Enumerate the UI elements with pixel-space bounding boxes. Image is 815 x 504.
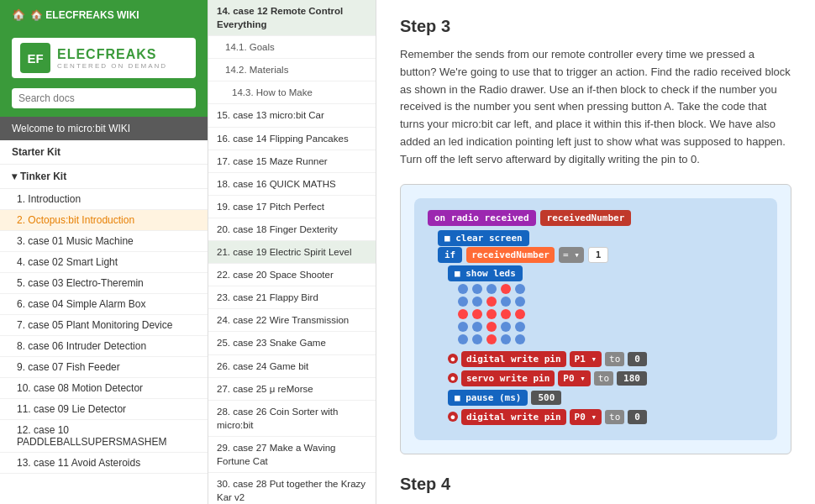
- middle-item-18[interactable]: 29. case 27 Make a Waving Fortune Cat: [208, 437, 376, 473]
- step4-title: Step 4: [400, 475, 791, 494]
- middle-item-15[interactable]: 26. case 24 Game bit: [208, 355, 376, 378]
- search-input[interactable]: [12, 88, 196, 108]
- logo-sub: CENTERED ON DEMAND: [57, 62, 167, 70]
- logo-text: ELECFREAKS CENTERED ON DEMAND: [57, 47, 167, 70]
- middle-item-7[interactable]: 18. case 16 QUICK MATHS: [208, 173, 376, 196]
- middle-item-10[interactable]: 21. case 19 Electric Spirit Level: [208, 241, 376, 264]
- logo-icon: EF: [20, 43, 50, 73]
- step3-title: Step 3: [400, 17, 791, 36]
- middle-item-0[interactable]: 14. case 12 Remote Control Everything: [208, 0, 376, 36]
- middle-item-16[interactable]: 27. case 25 μ reMorse: [208, 378, 376, 401]
- sidebar-nav-item-10[interactable]: 11. case 09 Lie Detector: [0, 399, 208, 420]
- sidebar-nav-item-12[interactable]: 13. case 11 Avoid Asteroids: [0, 453, 208, 474]
- middle-item-11[interactable]: 22. case 20 Space Shooter: [208, 264, 376, 286]
- logo-main: ELECFREAKS: [57, 47, 167, 62]
- logo-area: EF ELECFREAKS CENTERED ON DEMAND: [0, 29, 208, 88]
- sidebar-nav-item-5[interactable]: 6. case 04 Simple Alarm Box: [0, 294, 208, 315]
- middle-item-17[interactable]: 28. case 26 Coin Sorter with micro:bit: [208, 401, 376, 437]
- step3-body: Remember the sends from our remote contr…: [400, 46, 791, 169]
- sidebar-nav-item-4[interactable]: 5. case 03 Electro-Theremin: [0, 273, 208, 294]
- sidebar-title: 🏠 ELECFREAKS WIKI: [30, 9, 139, 21]
- sidebar-header: 🏠 🏠 ELECFREAKS WIKI: [0, 0, 208, 29]
- search-area: [0, 88, 208, 117]
- middle-item-8[interactable]: 19. case 17 Pitch Perfect: [208, 196, 376, 218]
- middle-item-14[interactable]: 25. case 23 Snake Game: [208, 332, 376, 354]
- sidebar-nav-item-8[interactable]: 9. case 07 Fish Feeder: [0, 357, 208, 378]
- sidebar-nav-item-0[interactable]: 1. Introduction: [0, 189, 208, 210]
- main-content: Step 3 Remember the sends from our remot…: [376, 0, 815, 504]
- sidebar-nav-item-9[interactable]: 10. case 08 Motion Detector: [0, 378, 208, 399]
- middle-items-container: 14. case 12 Remote Control Everything14.…: [208, 0, 376, 504]
- middle-item-13[interactable]: 24. case 22 Wire Transmission: [208, 309, 376, 332]
- middle-item-5[interactable]: 16. case 14 Flipping Pancakes: [208, 128, 376, 150]
- sidebar-nav-item-11[interactable]: 12. case 10 PADDLEBALLSUPERSMASHEM: [0, 420, 208, 453]
- middle-item-9[interactable]: 20. case 18 Finger Dexterity: [208, 218, 376, 241]
- middle-item-2[interactable]: 14.2. Materials: [208, 59, 376, 81]
- nav-items-container: 1. Introduction2. Octopus:bit Introducti…: [0, 189, 208, 474]
- sidebar-nav-item-1[interactable]: 2. Octopus:bit Introduction: [0, 210, 208, 231]
- code-image-step3: on radio received receivedNumber ■ clear…: [400, 184, 791, 454]
- middle-item-1[interactable]: 14.1. Goals: [208, 36, 376, 59]
- nav-welcome: Welcome to micro:bit WIKI: [0, 117, 208, 140]
- nav-section: Welcome to micro:bit WIKI Starter Kit ▾ …: [0, 117, 208, 504]
- sidebar-nav-item-3[interactable]: 4. case 02 Smart Light: [0, 252, 208, 273]
- nav-starter[interactable]: Starter Kit: [0, 140, 208, 165]
- sidebar-nav-item-2[interactable]: 3. case 01 Music Machine: [0, 231, 208, 252]
- middle-item-3[interactable]: 14.3. How to Make: [208, 81, 376, 104]
- sidebar-nav-item-7[interactable]: 8. case 06 Intruder Detection: [0, 336, 208, 357]
- middle-item-12[interactable]: 23. case 21 Flappy Bird: [208, 286, 376, 309]
- collapse-icon: ▾: [12, 171, 17, 182]
- sidebar: 🏠 🏠 ELECFREAKS WIKI EF ELECFREAKS CENTER…: [0, 0, 208, 504]
- middle-panel: 14. case 12 Remote Control Everything14.…: [208, 0, 376, 504]
- home-icon: 🏠: [12, 8, 25, 21]
- logo-box: EF ELECFREAKS CENTERED ON DEMAND: [12, 38, 196, 78]
- middle-item-6[interactable]: 17. case 15 Maze Runner: [208, 150, 376, 173]
- middle-item-19[interactable]: 30. case 28 Put together the Krazy Kar v…: [208, 473, 376, 504]
- nav-tinker-header[interactable]: ▾ Tinker Kit: [0, 165, 208, 189]
- middle-item-4[interactable]: 15. case 13 micro:bit Car: [208, 104, 376, 127]
- sidebar-nav-item-6[interactable]: 7. case 05 Plant Monitoring Device: [0, 315, 208, 336]
